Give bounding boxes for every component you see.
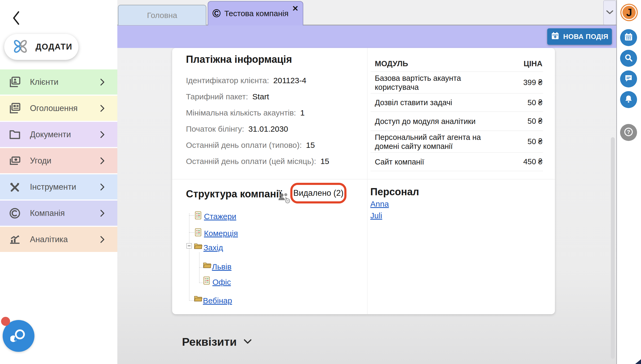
chevron-right-icon [100,78,105,87]
billing-field-row: Тарифний пакет:Start [186,92,329,101]
billing-fields: Ідентифікатор клієнта:201123-4 Тарифний … [186,76,329,166]
field-label: Останній день оплати (типово): [186,141,302,149]
chevron-right-icon [100,236,105,244]
add-button[interactable]: ДОДАТИ [4,34,78,60]
module-price: 50 ₴ [528,98,542,107]
deleted-group-icon[interactable] [277,192,291,205]
tree-node-link[interactable]: Комерція [204,229,238,238]
sidebar-item-label: Інструменти [30,182,76,192]
column-price: ЦІНА [524,59,542,68]
field-label: Ідентифікатор клієнта: [186,76,269,85]
tab-home-label: Головна [147,11,177,20]
company-card: Платіжна інформація Ідентифікатор клієнт… [172,48,555,314]
chat-bubbles-icon [10,327,27,345]
sidebar-item-analytics[interactable]: Аналітика [0,227,117,252]
sidebar-item-deals[interactable]: Угоди [0,148,117,173]
table-row: Доступ до модуля аналітики 50 ₴ [371,112,543,131]
tree-node-link[interactable]: Захід [203,243,223,252]
person-link[interactable]: Juli [370,211,382,220]
sidebar-item-announcements[interactable]: Оголошення [0,96,117,121]
news-icon [9,102,21,114]
contacts-icon [9,76,21,88]
tree-collapse-toggle[interactable] [186,243,192,248]
folder-icon [9,128,21,141]
search-button[interactable] [620,50,637,67]
tab-close-icon[interactable]: ✕ [292,5,299,12]
table-row: Сайт компанії 450 ₴ [371,153,543,171]
billing-field-row: Ідентифікатор клієнта:201123-4 [186,76,329,85]
calendar-icon [624,32,633,43]
billing-field-row: Початок білінгу:31.01.2030 [186,125,329,134]
tree-line [199,283,203,283]
person-link[interactable]: Anna [370,199,389,208]
requisites-toggle[interactable]: Реквізити [182,335,252,348]
folder-node-icon [194,243,202,251]
module-name: Персональний сайт агента на домені сайту… [375,133,499,151]
app-window: ДОДАТИ Клієнти Оголошення [0,0,641,364]
tree-node-link[interactable]: Львів [212,262,232,271]
tab-list-dropdown-button[interactable] [603,1,616,25]
billing-field-row: Останній день оплати (цей місяць):15 [186,157,329,166]
calendar-button[interactable] [620,29,637,46]
sidebar-item-label: Клієнти [30,77,59,87]
table-row: Дозвіл ставити задачі 50 ₴ [371,94,543,112]
field-label: Початок білінгу: [186,125,244,133]
billing-title: Платіжна інформація [186,54,292,65]
tree-line [189,232,194,233]
tree-line [189,213,189,301]
tab-company-active[interactable]: © Тестова компанія ✕ [208,1,303,25]
sidebar-item-clients[interactable]: Клієнти [0,69,117,95]
tree-line [199,267,203,268]
vertical-scrollbar-thumb[interactable] [611,137,615,359]
tree-node-link[interactable]: Стажери [204,212,236,221]
new-event-label: НОВА ПОДІЯ [563,33,608,41]
user-avatar[interactable]: J [620,4,638,21]
field-label: Останній день оплати (цей місяць): [186,157,316,166]
sidebar-item-label: Компанія [30,208,65,218]
notifications-button[interactable] [620,91,637,108]
chevron-right-icon [100,183,105,192]
sidebar-item-documents[interactable]: Документи [0,122,117,147]
chevron-down-icon [243,339,252,345]
tab-home[interactable]: Головна [118,5,206,25]
chevron-right-icon [100,105,105,113]
bell-icon [624,95,633,105]
table-row: Базова вартість акаунта користувача 399 … [371,72,543,94]
tree-line [189,215,194,216]
module-name: Дозвіл ставити задачі [375,98,499,107]
deleted-count-link[interactable]: Видалено (2) [293,188,344,198]
tree-line [189,300,194,301]
company-header-bar [117,25,616,48]
add-button-label: ДОДАТИ [35,42,72,52]
structure-title: Структура компанії [186,188,282,200]
back-button[interactable] [12,11,20,25]
sidebar-item-company[interactable]: Компанія [0,201,117,226]
money-icon [9,155,21,167]
sidebar-menu: Клієнти Оголошення Документи [0,69,117,253]
tree-node-link[interactable]: Вебінар [203,296,232,305]
new-event-button[interactable]: НОВА ПОДІЯ [547,28,612,45]
module-name: Базова вартість акаунта користувача [375,74,499,92]
copyright-icon: © [212,8,221,19]
card-horizontal-divider [172,179,555,179]
messages-button[interactable] [620,70,637,87]
svg-text:?: ? [627,129,630,135]
tree-node-link[interactable]: Офіс [212,278,231,287]
sidebar-item-tools[interactable]: Інструменти [0,174,117,199]
card-vertical-divider [367,48,367,314]
field-label: Мінімальна кількість акаунтів: [186,108,296,117]
calendar-plus-icon [551,31,560,42]
field-value: 31.01.2030 [248,125,288,133]
folder-node-icon [203,262,211,270]
avatar-initial: J [620,4,638,21]
back-chevron-icon [12,22,20,26]
deleted-annotation-circle: Видалено (2) [290,183,346,203]
search-icon [624,53,633,63]
billing-field-row: Останній день оплати (типово):15 [186,141,329,150]
chevron-right-icon [100,157,105,166]
doc-node-icon [195,228,201,237]
chevron-down-icon [606,10,614,16]
help-button[interactable]: ? [620,124,637,141]
field-value: 15 [306,141,315,149]
module-name: Доступ до модуля аналітики [375,117,499,126]
